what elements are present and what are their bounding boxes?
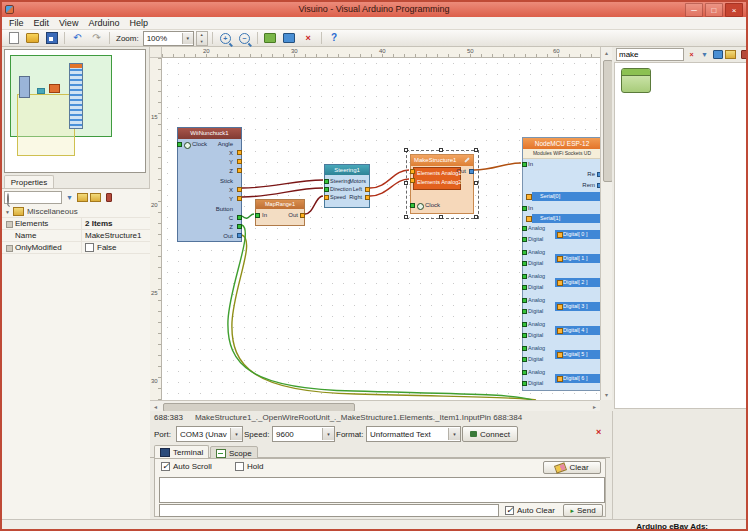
checkbox-checked[interactable] xyxy=(505,506,514,515)
send-input[interactable] xyxy=(159,504,499,517)
serial1-band[interactable]: Serial[1] xyxy=(532,214,600,223)
selection-handle[interactable] xyxy=(404,181,408,185)
component-search-input[interactable] xyxy=(616,48,684,61)
selection-handle[interactable] xyxy=(474,148,478,152)
selection-handle[interactable] xyxy=(474,215,478,219)
pin-analog[interactable] xyxy=(522,346,527,351)
menu-file[interactable]: File xyxy=(4,18,29,28)
pin-digital[interactable] xyxy=(522,261,527,266)
zoom-in-button[interactable]: + xyxy=(217,30,234,46)
scroll-down-icon[interactable]: ▾ xyxy=(601,389,612,400)
selection-handle[interactable] xyxy=(474,181,478,185)
selection-handle[interactable] xyxy=(404,215,408,219)
clear-search-icon[interactable]: × xyxy=(686,49,697,60)
design-canvas[interactable]: WiiNunchuck1 Clock Angle X Y Z Stick X Y… xyxy=(162,58,600,400)
pin-clock[interactable] xyxy=(410,203,415,208)
pin-digital[interactable] xyxy=(522,333,527,338)
auto-scroll-checkbox[interactable]: Auto Scroll xyxy=(161,462,212,471)
pin-digital[interactable] xyxy=(522,381,527,386)
port-select[interactable]: COM3 (Unav ▾ xyxy=(176,426,243,442)
pin-analog[interactable] xyxy=(522,298,527,303)
pin-angle-y[interactable] xyxy=(237,159,242,164)
add-component-button[interactable] xyxy=(262,30,279,46)
filter-icon[interactable]: ▼ xyxy=(64,192,75,203)
maximize-icon[interactable]: □ xyxy=(705,3,723,17)
pin-in[interactable] xyxy=(522,162,527,167)
pin-button[interactable] xyxy=(103,192,114,203)
tab-properties[interactable]: Properties xyxy=(4,175,54,188)
pin-steering[interactable] xyxy=(324,179,329,184)
redo-button[interactable]: ↷ xyxy=(88,30,105,46)
zoom-out-button[interactable]: − xyxy=(236,30,253,46)
open-project-button[interactable] xyxy=(24,30,41,46)
close-icon[interactable]: × xyxy=(725,3,743,17)
wire-buttonc-maprange[interactable] xyxy=(242,214,254,218)
pin-analog[interactable] xyxy=(522,370,527,375)
chevron-down-icon[interactable]: ▾ xyxy=(448,428,460,440)
pin-digital[interactable] xyxy=(522,285,527,290)
checkbox-unchecked[interactable] xyxy=(85,243,94,252)
wire-stickx-steering[interactable] xyxy=(242,180,323,188)
menu-view[interactable]: View xyxy=(54,18,83,28)
pin-in[interactable] xyxy=(255,213,260,218)
scroll-up-icon[interactable]: ▴ xyxy=(601,47,612,58)
wire-maprange-speed[interactable] xyxy=(305,196,323,214)
wire-out-nodemcu-in[interactable] xyxy=(474,163,521,170)
pin-out[interactable] xyxy=(237,233,242,238)
pin-angle-z[interactable] xyxy=(237,168,242,173)
pin-analog[interactable] xyxy=(522,226,527,231)
minimize-icon[interactable]: ─ xyxy=(685,3,703,17)
pin-analog[interactable] xyxy=(522,250,527,255)
selection-handle[interactable] xyxy=(404,148,408,152)
pin-clock[interactable] xyxy=(177,142,182,147)
title-bar[interactable]: Visuino - Visual Arduino Programming ─ □… xyxy=(2,2,746,17)
pin-stick-y[interactable] xyxy=(237,196,242,201)
categories-button[interactable] xyxy=(712,49,723,60)
pin-right[interactable] xyxy=(365,195,370,200)
favorites-button[interactable] xyxy=(725,49,736,60)
selection-handle[interactable] xyxy=(439,148,443,152)
clear-button[interactable]: Clear xyxy=(543,461,601,474)
wire-left-analog1[interactable] xyxy=(370,170,409,188)
diagram-minimap[interactable] xyxy=(4,49,146,173)
component-nodemcu-esp12[interactable]: NodeMCU ESP-12 Modules WiFi Sockets UD I… xyxy=(522,137,600,391)
pin-panel-button[interactable] xyxy=(738,49,748,60)
collapse-categories-button[interactable] xyxy=(90,192,101,203)
expand-categories-button[interactable] xyxy=(77,192,88,203)
wire-out-long[interactable] xyxy=(232,235,536,400)
send-button[interactable]: ▸ Send xyxy=(563,504,603,517)
pin-button-z[interactable] xyxy=(237,224,242,229)
pin-analog[interactable] xyxy=(522,274,527,279)
arduino-board-button[interactable] xyxy=(281,30,298,46)
chevron-down-icon[interactable]: ▾ xyxy=(182,33,193,44)
pin-analog[interactable] xyxy=(522,322,527,327)
property-value[interactable]: 2 Items xyxy=(82,218,150,229)
property-value[interactable]: MakeStructure1 xyxy=(82,230,150,241)
pin-elements-analog2[interactable] xyxy=(410,178,415,183)
pin-digital[interactable] xyxy=(522,237,527,242)
component-makestructure1[interactable]: MakeStructure1 Elements Analog1 Elements… xyxy=(410,154,474,214)
pin-out[interactable] xyxy=(300,213,305,218)
disconnect-icon[interactable]: × xyxy=(596,427,601,437)
pin-digital[interactable] xyxy=(522,309,527,314)
properties-category[interactable]: ▼ Miscellaneous xyxy=(2,206,150,218)
filter-icon[interactable]: ▼ xyxy=(699,49,710,60)
chevron-down-icon[interactable]: ▾ xyxy=(230,428,242,440)
help-button[interactable]: ? xyxy=(326,30,343,46)
wire-buttonz-long[interactable] xyxy=(228,225,532,400)
pin-elements-analog1[interactable] xyxy=(410,169,415,174)
component-wiinunchuck1[interactable]: WiiNunchuck1 Clock Angle X Y Z Stick X Y… xyxy=(177,127,242,242)
pin-out[interactable] xyxy=(469,169,474,174)
pin-speed[interactable] xyxy=(324,195,329,200)
pin-button-c[interactable] xyxy=(237,215,242,220)
pin-stick-x[interactable] xyxy=(237,187,242,192)
pin-left[interactable] xyxy=(365,187,370,192)
checkbox-checked[interactable] xyxy=(161,462,170,471)
zoom-stepper[interactable]: ▴ ▾ xyxy=(196,31,208,46)
undo-button[interactable]: ↶ xyxy=(69,30,86,46)
canvas-horizontal-scrollbar[interactable]: ◂ ▸ xyxy=(150,400,600,411)
menu-arduino[interactable]: Arduino xyxy=(83,18,124,28)
property-row-elements[interactable]: Elements 2 Items xyxy=(2,218,150,230)
connect-button[interactable]: Connect xyxy=(462,426,518,442)
pin-direction[interactable] xyxy=(324,187,329,192)
